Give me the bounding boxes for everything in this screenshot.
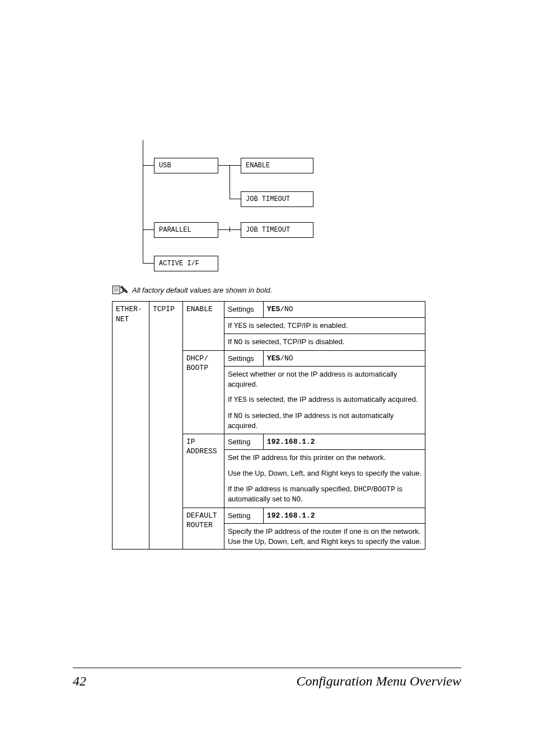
cell-yes-no: YES/NO: [263, 350, 425, 367]
t: ROUTER: [186, 521, 213, 529]
cell-enable-desc-1: If YES is selected, TCP/IP is enabled.: [224, 317, 425, 334]
t: NO: [234, 412, 243, 420]
t: YES: [234, 322, 247, 330]
tree-line: [143, 263, 154, 264]
t: .: [301, 495, 303, 503]
footer-rule: [73, 668, 461, 668]
t: is selected, the IP address is not autom…: [228, 411, 394, 430]
footer-row: 42 Configuration Menu Overview: [73, 674, 461, 689]
yes-value: YES: [267, 354, 280, 363]
tree-line: [218, 165, 229, 166]
tree-diagram: USB ENABLE JOB TIMEOUT PARALLEL JOB TIME…: [112, 140, 425, 274]
tree-node-usb: USB: [154, 158, 218, 173]
cell-tcpip: TCPIP: [149, 302, 182, 550]
cell-enable-desc-2: If NO is selected, TCP/IP is disabled.: [224, 334, 425, 351]
tree-line: [218, 229, 229, 230]
t: DHCP/: [186, 354, 208, 363]
t: If: [228, 395, 234, 403]
settings-table: ETHER-NET TCPIP ENABLE Settings YES/NO I…: [112, 301, 425, 550]
t: DHCP: [354, 485, 371, 494]
page-number: 42: [73, 674, 86, 689]
cell-ethernet: ETHER-NET: [113, 302, 149, 550]
tree-line: [229, 165, 241, 166]
cell-router-value: 192.168.1.2: [263, 508, 425, 524]
t: is selected, TCP/IP is enabled.: [247, 321, 348, 330]
yes-value: YES: [267, 305, 280, 313]
no-value: /NO: [280, 354, 293, 363]
t: NO: [292, 495, 301, 504]
tree-node-enable: ENABLE: [241, 158, 313, 173]
t: IP: [186, 438, 195, 446]
t: is selected, TCP/IP is disabled.: [242, 337, 344, 346]
tree-line: [143, 229, 154, 230]
cell-enable: ENABLE: [182, 302, 224, 351]
tree-node-parallel: PARALLEL: [154, 222, 218, 238]
cell-dhcp-desc: Select whether or not the IP address is …: [224, 367, 425, 434]
cell-setting-label: Setting: [224, 434, 263, 450]
t: If: [228, 321, 234, 330]
tree-node-active-if: ACTIVE I/F: [154, 256, 218, 271]
t: DEFAULT: [186, 511, 217, 520]
t: Use the Up, Down, Left, and Right keys t…: [228, 468, 421, 478]
no-value: /NO: [280, 305, 293, 313]
cell-ip-desc: Set the IP address for this printer on t…: [224, 450, 425, 508]
t: If the IP address is manually specified,: [228, 485, 354, 493]
page: USB ENABLE JOB TIMEOUT PARALLEL JOB TIME…: [0, 0, 534, 756]
t: Select whether or not the IP address is …: [228, 369, 421, 389]
t: NO: [234, 338, 243, 346]
cell-ip-value: 192.168.1.2: [263, 434, 425, 450]
tree-node-job-timeout-2: JOB TIMEOUT: [241, 222, 313, 238]
note-text: All factory default values are shown in …: [132, 286, 272, 294]
t: Set the IP address for this printer on t…: [228, 453, 421, 463]
tree-line: [229, 199, 241, 199]
cell-router-desc: Specify the IP address of the router if …: [224, 524, 425, 550]
svg-rect-0: [113, 286, 120, 294]
tree-line: [143, 165, 154, 166]
cell-yes-no: YES/NO: [263, 302, 425, 318]
t: BOOTP: [373, 485, 395, 494]
tree-line: [229, 165, 230, 199]
cell-setting-label: Setting: [224, 508, 263, 524]
t: If: [228, 337, 234, 346]
cell-dhcp: DHCP/BOOTP: [182, 350, 224, 434]
page-footer: 42 Configuration Menu Overview: [73, 668, 461, 689]
content-area: USB ENABLE JOB TIMEOUT PARALLEL JOB TIME…: [112, 140, 425, 550]
t: YES: [234, 396, 247, 404]
tree-node-job-timeout-1: JOB TIMEOUT: [241, 191, 313, 207]
t: If: [228, 411, 234, 420]
cell-ip: IPADDRESS: [182, 434, 224, 508]
note-icon: [112, 284, 128, 295]
cell-router: DEFAULTROUTER: [182, 508, 224, 550]
footer-title: Configuration Menu Overview: [296, 674, 461, 689]
t: ADDRESS: [186, 447, 217, 456]
table-row: ETHER-NET TCPIP ENABLE Settings YES/NO: [113, 302, 425, 318]
cell-settings-label: Settings: [224, 350, 263, 367]
cell-settings-label: Settings: [224, 302, 263, 318]
t: is selected, the IP address is automatic…: [247, 395, 418, 403]
note-row: All factory default values are shown in …: [112, 284, 425, 295]
tree-line: [229, 229, 241, 230]
tree-line: [143, 140, 143, 263]
t: BOOTP: [186, 364, 208, 372]
